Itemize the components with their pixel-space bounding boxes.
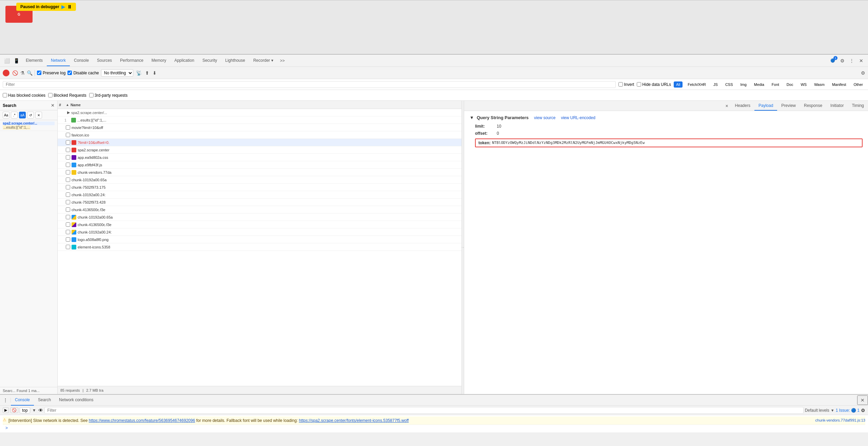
disable-cache-checkbox[interactable] bbox=[67, 71, 72, 75]
filter-type-font[interactable]: Font bbox=[769, 81, 782, 88]
search-opt-refresh[interactable]: ↺ bbox=[27, 112, 34, 118]
item-checkbox-3[interactable] bbox=[66, 133, 70, 137]
invert-checkbox-label[interactable]: Invert bbox=[618, 82, 634, 87]
eye-btn[interactable]: 👁 bbox=[38, 408, 43, 413]
panel-divider[interactable]: ⋮ bbox=[461, 101, 464, 394]
network-item-18[interactable]: element-icons.5358 bbox=[58, 243, 461, 251]
filter-type-manifest[interactable]: Manifest bbox=[830, 81, 849, 88]
section-collapse-icon[interactable]: ▼ bbox=[470, 115, 474, 120]
item-checkbox-18[interactable] bbox=[66, 245, 70, 249]
search-opt-regex[interactable]: .* bbox=[11, 112, 18, 118]
tab-memory[interactable]: Memory bbox=[147, 55, 170, 66]
network-item-5[interactable]: spa2.scrape.center bbox=[58, 146, 461, 154]
close-devtools-btn[interactable]: ✕ bbox=[857, 57, 865, 65]
item-checkbox-14[interactable] bbox=[66, 215, 70, 219]
network-item-7[interactable]: app.e9fbf43f.js bbox=[58, 161, 461, 169]
console-link-1[interactable]: https://www.chromestatus.com/feature/563… bbox=[89, 418, 195, 423]
filter-type-doc[interactable]: Doc bbox=[784, 81, 796, 88]
item-checkbox-6[interactable] bbox=[66, 155, 70, 160]
record-btn[interactable] bbox=[3, 70, 9, 76]
tab-performance[interactable]: Performance bbox=[116, 55, 147, 66]
more-options-icon[interactable]: ⋮ bbox=[848, 57, 856, 65]
network-item-4[interactable]: ?limit=10&offset=0. bbox=[58, 139, 461, 146]
play-icon[interactable]: ▶ bbox=[61, 4, 65, 10]
item-checkbox-4[interactable] bbox=[66, 140, 70, 145]
network-item-folder[interactable]: ▶ spa2.scrape.center/... bbox=[58, 109, 461, 116]
settings-icon[interactable]: ⚙ bbox=[838, 57, 846, 65]
search-btn[interactable]: 🔍 bbox=[27, 70, 33, 76]
tab-application[interactable]: Application bbox=[170, 55, 198, 66]
disable-cache-checkbox-label[interactable]: Disable cache bbox=[67, 71, 99, 75]
tab-network-conditions[interactable]: Network conditions bbox=[55, 395, 97, 406]
filter-type-all[interactable]: All bbox=[674, 81, 683, 88]
download-btn[interactable]: ⬇ bbox=[152, 70, 157, 76]
tab-timing[interactable]: Timing bbox=[848, 101, 868, 111]
console-exec-context[interactable]: top bbox=[20, 407, 30, 413]
network-item-14[interactable]: chunk-10192a00.65a bbox=[58, 213, 461, 221]
device-toolbar-btn[interactable]: 📱 bbox=[12, 57, 20, 65]
tab-security[interactable]: Security bbox=[198, 55, 221, 66]
search-opt-aa[interactable]: Aa bbox=[3, 112, 9, 118]
item-checkbox-7[interactable] bbox=[66, 163, 70, 167]
search-result-url[interactable]: spa2.scrape.center/... ...esults:[{"id":… bbox=[0, 120, 57, 131]
console-settings-btn[interactable]: ⚙ bbox=[861, 408, 865, 413]
tab-network[interactable]: Network bbox=[47, 55, 70, 66]
pause-icon[interactable]: ⏸ bbox=[67, 4, 72, 10]
tab-console[interactable]: Console bbox=[70, 55, 93, 66]
item-checkbox-13[interactable] bbox=[66, 207, 70, 212]
third-party-label[interactable]: 3rd-party requests bbox=[89, 93, 127, 98]
view-source-link[interactable]: view source bbox=[534, 115, 555, 120]
console-close-btn[interactable]: ✕ bbox=[857, 395, 868, 405]
filter-input[interactable] bbox=[3, 81, 616, 88]
item-checkbox-10[interactable] bbox=[66, 185, 70, 189]
tab-payload[interactable]: Payload bbox=[754, 101, 777, 111]
console-filter-input[interactable] bbox=[44, 407, 804, 414]
network-item-16[interactable]: chunk-10192a00.24: bbox=[58, 228, 461, 236]
network-item-8[interactable]: chunk-vendors.77da bbox=[58, 169, 461, 176]
issue-badge[interactable]: 1 Issue: 🔵 1 bbox=[836, 408, 860, 413]
hide-data-urls-checkbox[interactable] bbox=[637, 82, 641, 87]
detail-close-btn[interactable]: × bbox=[723, 102, 731, 110]
console-block-icon[interactable]: 🚫 bbox=[10, 407, 18, 413]
network-item-6[interactable]: app.ea9d802a.css bbox=[58, 154, 461, 161]
network-list-scroll[interactable]: ▶ spa2.scrape.center/... 1 ...esults:[{"… bbox=[58, 109, 461, 386]
filter-type-other[interactable]: Other bbox=[851, 81, 865, 88]
third-party-checkbox[interactable] bbox=[89, 93, 94, 97]
network-item-11[interactable]: chunk-10192a00.24: bbox=[58, 191, 461, 199]
network-item-1[interactable]: 1 ...esults:[{"id":1,... bbox=[58, 116, 461, 124]
has-blocked-cookies-checkbox[interactable] bbox=[3, 93, 7, 97]
has-blocked-cookies-label[interactable]: Has blocked cookies bbox=[3, 93, 45, 98]
item-checkbox-17[interactable] bbox=[66, 237, 70, 242]
network-item-12[interactable]: chunk-7502f973.428 bbox=[58, 199, 461, 206]
item-checkbox-16[interactable] bbox=[66, 230, 70, 234]
network-item-13[interactable]: chunk-4136500c.f3e bbox=[58, 206, 461, 213]
upload-btn[interactable]: ⬆ bbox=[144, 70, 150, 76]
filter-type-css[interactable]: CSS bbox=[723, 81, 735, 88]
search-opt-case[interactable]: aA bbox=[19, 112, 26, 118]
network-item-15[interactable]: chunk-4136500c.f3e bbox=[58, 221, 461, 228]
tab-headers[interactable]: Headers bbox=[731, 101, 754, 111]
view-url-encoded-link[interactable]: view URL-encoded bbox=[561, 115, 595, 120]
item-checkbox-5[interactable] bbox=[66, 148, 70, 152]
tab-recorder[interactable]: Recorder ▾ bbox=[249, 55, 277, 66]
console-menu-btn[interactable]: ⋮ bbox=[0, 398, 11, 403]
item-checkbox-15[interactable] bbox=[66, 222, 70, 227]
clear-btn[interactable]: 🚫 bbox=[12, 70, 18, 76]
list-scroll-up[interactable]: ▲ bbox=[66, 103, 69, 107]
tab-initiator[interactable]: Initiator bbox=[826, 101, 848, 111]
blocked-requests-label[interactable]: Blocked Requests bbox=[48, 93, 86, 98]
folder-collapse-icon[interactable]: ▶ bbox=[67, 110, 70, 115]
hide-data-urls-checkbox-label[interactable]: Hide data URLs bbox=[637, 82, 671, 87]
network-item-17[interactable]: logo.a508a8f0.png bbox=[58, 236, 461, 243]
search-opt-close[interactable]: ✕ bbox=[35, 112, 42, 118]
network-icon-btn[interactable]: 📡 bbox=[135, 70, 142, 76]
console-link-2[interactable]: https://spa2.scrape.center/fonts/element… bbox=[299, 418, 409, 423]
network-item-10[interactable]: chunk-7502f973.175 bbox=[58, 184, 461, 191]
filter-type-fetch-xhr[interactable]: Fetch/XHR bbox=[685, 81, 708, 88]
tab-lighthouse[interactable]: Lighthouse bbox=[221, 55, 249, 66]
filter-type-wasm[interactable]: Wasm bbox=[812, 81, 827, 88]
tab-response[interactable]: Response bbox=[800, 101, 826, 111]
network-item-2[interactable]: movie?limit=10&off bbox=[58, 124, 461, 131]
network-item-9[interactable]: chunk-10192a00.65a bbox=[58, 176, 461, 184]
levels-dropdown-arrow[interactable]: ▼ bbox=[831, 408, 834, 412]
